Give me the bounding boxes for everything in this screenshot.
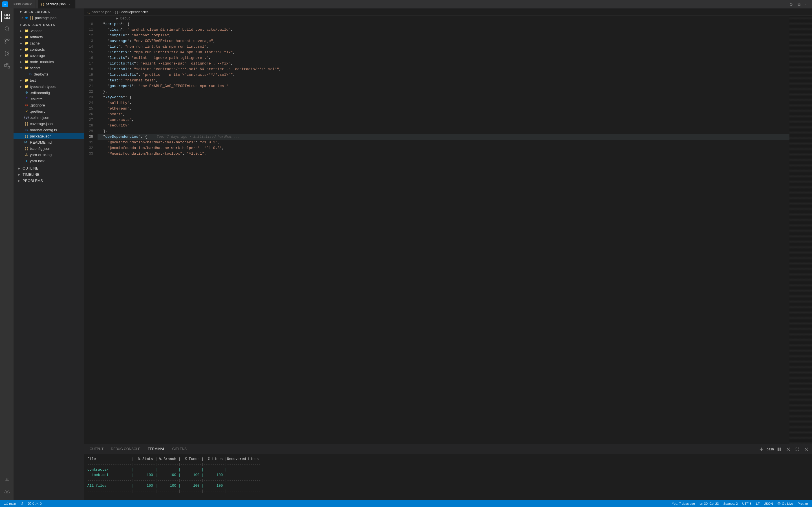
sync-status[interactable]: ↺ [19,500,25,507]
problems-header[interactable]: ▶ PROBLEMS [13,177,84,184]
breadcrumb-seg1[interactable]: { } [115,10,118,14]
debug-line: ▶ Debug [98,16,790,21]
panel-tabs: OUTPUT DEBUG CONSOLE TERMINAL GITLENS ba… [84,444,812,454]
toggle-panel-btn[interactable]: ⊙ [788,1,794,7]
eslint-icon: E [24,97,29,101]
file-item-.editorconfig[interactable]: ⚙.editorconfig [13,90,84,96]
line-number-24: 24 [86,100,93,106]
line-number-11: 11 [86,27,93,33]
file-item-README.md[interactable]: M↓README.md [13,139,84,145]
code-content[interactable]: ▶ Debug "scripts": { "clean": "hardhat c… [98,16,790,444]
file-item-.eslintrc[interactable]: E.eslintrc [13,96,84,102]
file-item-hardhat.config.ts[interactable]: TShardhat.config.ts [13,127,84,133]
app-icon: ≡ [2,1,8,7]
folder-item-node_modules[interactable]: ▶📁node_modules [13,59,84,65]
line-number-19: 19 [86,72,93,78]
outline-header[interactable]: ▶ OUTLINE [13,165,84,171]
panel-tab-terminal[interactable]: TERMINAL [144,444,168,454]
file-item-yarn-error.log[interactable]: ⚠yarn-error.log [13,152,84,158]
file-item-.solhint.json[interactable]: {S}.solhint.json [13,114,84,121]
activity-item-search[interactable] [1,23,12,34]
tree-item-label: node_modules [30,60,54,64]
panel-tab-debug-console[interactable]: DEBUG CONSOLE [107,444,144,454]
tab-package-json[interactable]: { } package.json × [38,0,75,8]
errors-status[interactable]: 0 0 [26,500,43,507]
folder-item-contracts[interactable]: ▶📁contracts [13,46,84,52]
panel-tab-output[interactable]: OUTPUT [86,444,107,454]
line-number-10: 10 [86,21,93,27]
file-item-.prettierrc[interactable]: P.prettierrc [13,108,84,114]
line-number-29: 29 [86,128,93,134]
split-editor-btn[interactable]: ⧉ [796,1,802,7]
tree-item-label: contracts [30,47,45,52]
cursor-status[interactable]: Ln 30, Col 23 [698,500,720,507]
file-item-package.json[interactable]: { }package.json [13,133,84,139]
encoding-status[interactable]: UTF-8 [741,500,753,507]
tab-close-btn[interactable]: × [67,2,72,6]
activity-item-explorer[interactable] [1,11,12,22]
svg-point-16 [779,503,779,504]
code-editor[interactable]: 1011121314151617181920212223242526272829… [84,16,790,444]
code-line-24: "solidity", [98,100,790,106]
folder-item-coverage[interactable]: ▶📁coverage [13,52,84,59]
activity-item-settings[interactable] [1,487,12,498]
timeline-header[interactable]: ▶ TIMELINE [13,171,84,177]
open-editor-close[interactable]: × [21,16,23,19]
code-line-10: "scripts": { [98,21,790,27]
file-item-deploy.ts[interactable]: TSdeploy.ts [13,71,84,77]
encoding-label: UTF-8 [742,502,752,505]
activity-item-extensions[interactable] [1,60,12,71]
kill-terminal-btn[interactable] [785,446,792,453]
code-line-31: "@nomicfoundation/hardhat-chai-matchers"… [98,140,790,145]
tabs-bar: EXPLORER { } package.json × [10,0,786,8]
maximize-panel-btn[interactable] [794,446,801,453]
folder-icon: 📂 [24,66,29,70]
tree-item-label: .solhint.json [30,115,49,120]
bash-label: bash [767,446,774,453]
file-item-yarn.lock[interactable]: ●yarn.lock [13,158,84,164]
tab-label: package.json [46,2,66,6]
golive-status[interactable]: Go Live [776,500,795,507]
tree-chevron: ▶ [20,29,23,33]
open-editor-package-json[interactable]: × { } package.json [13,15,84,21]
git-icon: ⊘ [24,103,29,107]
open-editors-chevron: ▼ [19,10,22,13]
close-panel-btn[interactable] [803,446,810,453]
branch-status[interactable]: ⎇ main [2,500,18,507]
golive-label: Go Live [782,502,793,505]
folder-item-typechain-types[interactable]: ▶📁typechain-types [13,83,84,90]
folder-item-.vscode[interactable]: ▶📁.vscode [13,27,84,34]
breadcrumb-file[interactable]: package.json [91,10,111,14]
panel-tab-gitlens[interactable]: GITLENS [169,444,190,454]
file-item-.gitignore[interactable]: ⊘.gitignore [13,102,84,108]
eol-status[interactable]: LF [754,500,761,507]
file-item-coverage.json[interactable]: { }coverage.json [13,121,84,127]
spaces-status[interactable]: Spaces: 2 [721,500,739,507]
new-terminal-btn[interactable] [758,446,765,453]
folder-icon: 📁 [24,29,29,33]
activity-item-source-control[interactable] [1,36,12,47]
line-number-17: 17 [86,61,93,66]
open-editors-header[interactable]: ▼ OPEN EDITORS [13,8,84,15]
folder-item-scripts[interactable]: ▼📂scripts [13,65,84,71]
file-item-tsconfig.json[interactable]: { }tsconfig.json [13,145,84,152]
ts-icon: TS [28,72,33,76]
prettier-status[interactable]: Prettier [796,500,810,507]
folder-item-cache[interactable]: ▶📁cache [13,40,84,46]
activity-item-run[interactable] [1,48,12,59]
code-line-22: }, [98,89,790,95]
line-number-14: 14 [86,44,93,50]
folder-item-test[interactable]: ▶📁test [13,77,84,83]
folder-item-artifacts[interactable]: ▶📁artifacts [13,34,84,40]
split-terminal-btn[interactable] [776,446,783,453]
breadcrumb-seg2[interactable]: devDependencies [121,10,148,14]
language-status[interactable]: JSON [763,500,775,507]
prettier-label: Prettier [798,502,808,505]
spaces-label: Spaces: 2 [723,502,738,505]
tree-item-label: .editorconfig [30,91,50,95]
code-line-12: "compile": "hardhat compile", [98,33,790,38]
more-actions-btn[interactable]: ··· [804,1,810,7]
activity-item-account[interactable] [1,474,12,486]
explorer-header[interactable]: ▼ JUST-CONTRACTS [13,21,84,27]
terminal-content[interactable]: File | % Stmts | % Branch | % Funcs | % … [84,454,812,500]
